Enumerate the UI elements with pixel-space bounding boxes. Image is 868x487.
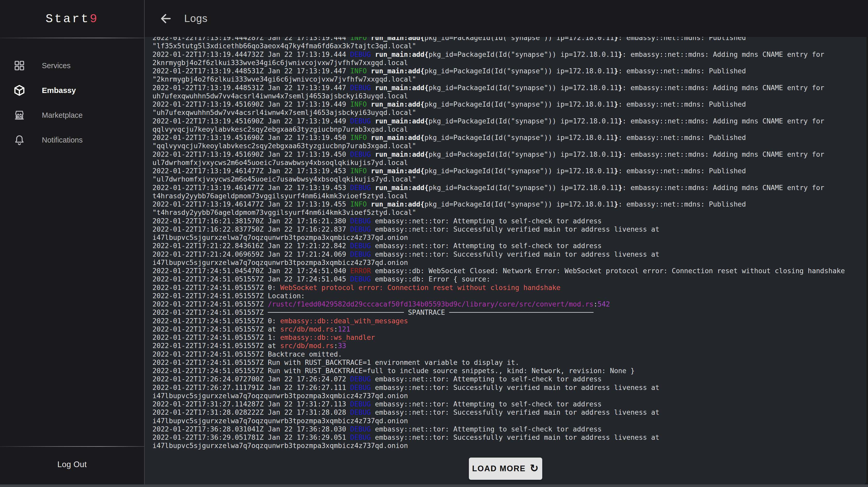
refresh-icon: ↻ (530, 463, 539, 473)
log-panel[interactable]: 2022-01-22T17:13:19.444287Z Jan 22 17:13… (145, 37, 866, 484)
log-line: "ul7dwrhomfxjvxycws2m6o45uoeic7usawbwsy4… (152, 175, 863, 183)
log-line: 2022-01-22T17:31:28.028222Z Jan 22 17:31… (152, 408, 863, 417)
log-line: "lf35x5tutg5l3xdicethb66qo3aeox4q7ky4fma… (152, 42, 863, 50)
log-line: 2022-01-22T17:24:51.051557Z Run with RUS… (152, 358, 863, 367)
sidebar-item-marketplace[interactable]: Marketplace (0, 103, 144, 128)
sidebar-item-label: Notifications (42, 136, 83, 144)
bell-icon (13, 134, 25, 146)
sidebar-item-label: Services (42, 61, 70, 70)
arrow-left-icon (159, 12, 172, 25)
log-line: 2022-01-22T17:13:19.444287Z Jan 22 17:13… (152, 37, 863, 42)
log-line: 2022-01-22T17:13:19.461477Z Jan 22 17:13… (152, 184, 863, 192)
sidebar-item-notifications[interactable]: Notifications (0, 128, 144, 152)
log-line: 2022-01-22T17:13:19.451690Z Jan 22 17:13… (152, 117, 863, 125)
log-line: 2022-01-22T17:21:24.069659Z Jan 22 17:21… (152, 250, 863, 258)
brand-accent: 9 (90, 12, 98, 26)
page-title: Logs (184, 13, 208, 24)
log-line: 2022-01-22T17:13:19.448531Z Jan 22 17:13… (152, 67, 863, 75)
log-line: "uh7ufexqwuhhn5dw7vv4acsrl4iwnw4x7semlj4… (152, 108, 863, 117)
log-line: 2022-01-22T17:26:27.111791Z Jan 22 17:26… (152, 384, 863, 392)
log-line: 2022-01-22T17:36:29.051781Z Jan 22 17:36… (152, 433, 863, 442)
log-line: 2022-01-22T17:13:19.451690Z Jan 22 17:13… (152, 133, 863, 142)
log-line: "2knrmygbj4o2f6zlkui333wve34gi6c6jwnivco… (152, 75, 863, 84)
log-line: 2022-01-22T17:21:22.843616Z Jan 22 17:21… (152, 242, 863, 250)
log-line: i47lbupvc5sjgurxzelwa7q7oqzqunwrb3tpozmp… (152, 442, 863, 450)
log-line: 2022-01-22T17:31:27.114287Z Jan 22 17:31… (152, 400, 863, 408)
log-line: 2022-01-22T17:13:19.451690Z Jan 22 17:13… (152, 150, 863, 159)
log-line: 2022-01-22T17:36:28.031041Z Jan 22 17:36… (152, 425, 863, 433)
log-line: 2knrmygbj4o2f6zlkui333wve34gi6c6jwnivcoj… (152, 59, 863, 67)
log-line: 2022-01-22T17:24:51.051557Z ────────────… (152, 308, 863, 317)
log-line: 2022-01-22T17:13:19.461477Z Jan 22 17:13… (152, 200, 863, 208)
log-line: i47lbupvc5sjgurxzelwa7q7oqzqunwrb3tpozmp… (152, 417, 863, 425)
storefront-icon (13, 109, 25, 121)
page-header: Logs (145, 0, 868, 37)
log-line: 2022-01-22T17:24:51.051557Z at src/db/mo… (152, 325, 863, 333)
sidebar-menu: Services Embassy (0, 38, 144, 152)
bottom-scrollbar[interactable] (0, 484, 868, 487)
sidebar-item-label: Embassy (42, 86, 76, 95)
back-button[interactable] (159, 12, 172, 25)
log-line: 2022-01-22T17:26:24.072700Z Jan 22 17:26… (152, 375, 863, 383)
main-content: Logs 2022-01-22T17:13:19.444287Z Jan 22 … (145, 0, 868, 484)
grid-icon (13, 60, 25, 71)
brand-name: Start (45, 12, 90, 26)
log-output: 2022-01-22T17:13:19.444287Z Jan 22 17:13… (152, 37, 863, 450)
log-line: 2022-01-22T17:16:22.837750Z Jan 22 17:16… (152, 225, 863, 233)
logout-button[interactable]: Log Out (0, 447, 144, 482)
cube-icon (13, 85, 25, 96)
log-line: 2022-01-22T17:24:51.051557Z Backtrace om… (152, 350, 863, 358)
log-line: "qqlvyvqcju7keoylabvkesc2sqy2ebgxaa63tyz… (152, 142, 863, 150)
sidebar-item-label: Marketplace (42, 111, 83, 120)
log-line: 2022-01-22T17:24:51.051557Z Location: (152, 292, 863, 300)
log-line: "t4hrasdy2yybb76ageldpmom73vggilsyurf4nm… (152, 208, 863, 217)
log-line: 2022-01-22T17:24:51.051557Z at src/db/mo… (152, 342, 863, 350)
log-line: 2022-01-22T17:24:51.051557Z Run with RUS… (152, 367, 863, 375)
log-line: i47lbupvc5sjgurxzelwa7q7oqzqunwrb3tpozmp… (152, 392, 863, 400)
log-line: t4hrasdy2yybb76ageldpmom73vggilsyurf4nm6… (152, 192, 863, 200)
log-line: 2022-01-22T17:13:19.448531Z Jan 22 17:13… (152, 84, 863, 92)
log-line: 2022-01-22T17:13:19.451690Z Jan 22 17:13… (152, 100, 863, 108)
sidebar-item-embassy[interactable]: Embassy (0, 78, 144, 103)
log-line: qqlvyvqcju7keoylabvkesc2sqy2ebgxaa63tyzg… (152, 125, 863, 133)
log-line: 2022-01-22T17:24:51.051557Z Jan 22 17:24… (152, 275, 863, 283)
log-line: 2022-01-22T17:24:51.051557Z /rustc/f1edd… (152, 300, 863, 308)
log-line: 2022-01-22T17:24:51.051557Z 1: embassy::… (152, 333, 863, 342)
log-line: 2022-01-22T17:24:51.045470Z Jan 22 17:24… (152, 267, 863, 275)
log-line: 2022-01-22T17:16:21.381570Z Jan 22 17:16… (152, 217, 863, 225)
log-line: i47lbupvc5sjgurxzelwa7q7oqzqunwrb3tpozmp… (152, 258, 863, 267)
log-line: 2022-01-22T17:24:51.051557Z 0: WebSocket… (152, 284, 863, 292)
sidebar-footer: Log Out (0, 446, 144, 482)
app-root: Start9 Services (0, 0, 868, 487)
log-line: uh7ufexqwuhhn5dw7vv4acsrl4iwnw4x7semlj46… (152, 92, 863, 100)
sidebar: Start9 Services (0, 0, 145, 484)
log-line: i47lbupvc5sjgurxzelwa7q7oqzqunwrb3tpozmp… (152, 233, 863, 242)
brand-logo[interactable]: Start9 (0, 0, 144, 38)
log-line: 2022-01-22T17:13:19.461477Z Jan 22 17:13… (152, 167, 863, 175)
log-line: 2022-01-22T17:24:51.051557Z 0: embassy::… (152, 317, 863, 325)
load-more-label: LOAD MORE (472, 464, 526, 473)
log-line: ul7dwrhomfxjvxycws2m6o45uoeic7usawbwsy4x… (152, 159, 863, 167)
load-more-button[interactable]: LOAD MORE ↻ (469, 458, 542, 480)
log-line: 2022-01-22T17:13:19.444732Z Jan 22 17:13… (152, 51, 863, 59)
sidebar-item-services[interactable]: Services (0, 53, 144, 78)
